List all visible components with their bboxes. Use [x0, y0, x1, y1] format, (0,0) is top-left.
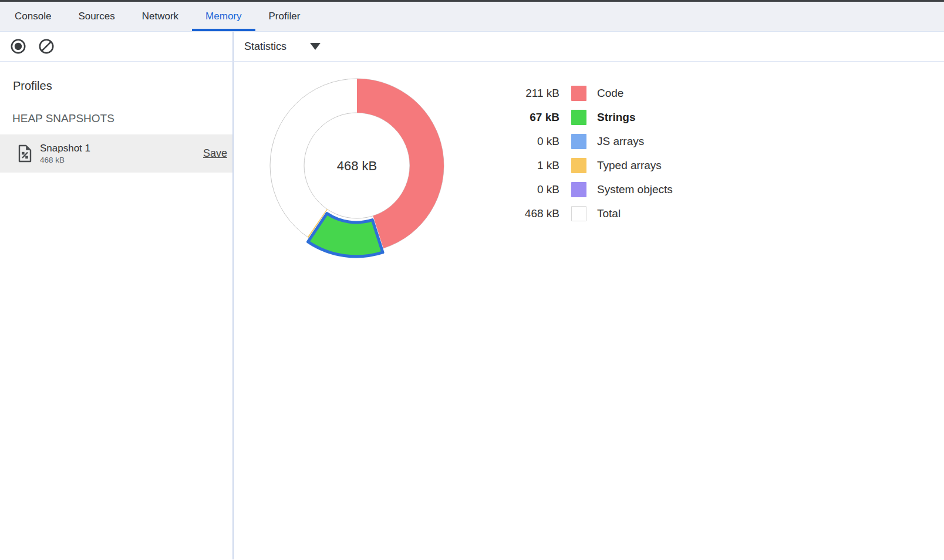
legend-row[interactable]: 0 kBJS arrays — [480, 129, 673, 153]
legend-row[interactable]: 67 kBStrings — [480, 105, 673, 129]
legend-row[interactable]: 211 kBCode — [480, 81, 673, 105]
tab-network[interactable]: Network — [129, 2, 192, 31]
legend-value: 211 kB — [480, 87, 559, 100]
snapshot-list-item[interactable]: Snapshot 1 468 kB Save — [0, 134, 232, 173]
tab-console[interactable]: Console — [1, 2, 65, 31]
legend-value: 0 kB — [480, 135, 559, 148]
legend-label: Strings — [597, 111, 635, 124]
chart-legend: 211 kBCode67 kBStrings0 kBJS arrays1 kBT… — [480, 81, 673, 225]
perspective-select-value: Statistics — [244, 41, 286, 53]
clear-icon — [38, 38, 55, 55]
save-link[interactable]: Save — [203, 147, 227, 160]
legend-swatch-icon — [571, 158, 586, 173]
tab-sources[interactable]: Sources — [65, 2, 128, 31]
legend-label: Code — [597, 87, 623, 100]
donut-center-label: 468 kB — [337, 158, 377, 173]
toolbar: Statistics — [0, 32, 944, 62]
sidebar-title: Profiles — [13, 79, 232, 93]
heap-snapshot-icon — [18, 144, 32, 163]
clear-button[interactable] — [38, 38, 55, 55]
legend-label: Total — [597, 207, 621, 220]
legend-swatch-icon — [571, 134, 586, 149]
content-area: Profiles HEAP SNAPSHOTS Snapshot 1 468 k… — [0, 62, 944, 559]
legend-label: JS arrays — [597, 135, 644, 148]
snapshot-text: Snapshot 1 468 kB — [40, 143, 90, 164]
snapshot-size: 468 kB — [40, 156, 90, 164]
record-button[interactable] — [9, 38, 27, 55]
legend-value: 0 kB — [480, 183, 559, 196]
legend-swatch-icon — [571, 206, 586, 221]
legend-label: System objects — [597, 183, 673, 196]
devtools-tabbar: Console Sources Network Memory Profiler — [0, 2, 944, 32]
legend-swatch-icon — [571, 182, 586, 197]
statistics-pie-chart: 468 kB — [257, 66, 457, 265]
view-toolbar: Statistics — [234, 32, 944, 61]
legend-label: Typed arrays — [597, 159, 662, 172]
tab-memory[interactable]: Memory — [192, 2, 255, 31]
legend-row[interactable]: 1 kBTyped arrays — [480, 153, 673, 177]
heap-snapshots-header: HEAP SNAPSHOTS — [12, 112, 232, 125]
legend-row[interactable]: 0 kBSystem objects — [480, 177, 673, 201]
legend-row[interactable]: 468 kBTotal — [480, 201, 673, 225]
statistics-panel: 468 kB 211 kBCode67 kBStrings0 kBJS arra… — [234, 62, 944, 559]
legend-value: 1 kB — [480, 159, 559, 172]
snapshot-title: Snapshot 1 — [40, 143, 90, 154]
sidebar: Profiles HEAP SNAPSHOTS Snapshot 1 468 k… — [0, 62, 234, 559]
legend-value: 468 kB — [480, 207, 559, 220]
chevron-down-icon — [310, 43, 321, 50]
perspective-select[interactable]: Statistics — [244, 41, 321, 53]
record-icon — [10, 38, 26, 55]
pie-slice-strings[interactable] — [308, 214, 383, 257]
legend-swatch-icon — [571, 86, 586, 101]
legend-value: 67 kB — [480, 111, 559, 124]
legend-swatch-icon — [571, 110, 586, 125]
profiles-toolbar — [0, 32, 234, 61]
tab-profiler[interactable]: Profiler — [255, 2, 314, 31]
